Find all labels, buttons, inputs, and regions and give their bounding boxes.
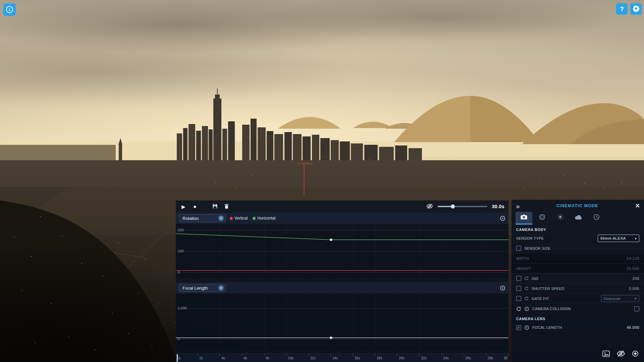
- cloud-icon: [575, 215, 582, 221]
- ruler-label: 6s: [244, 356, 247, 360]
- hide-ui-button[interactable]: [616, 349, 625, 358]
- play-icon: ▶: [181, 204, 185, 209]
- shutter-speed-label: SHUTTER SPEED: [532, 287, 565, 291]
- focal-track-select[interactable]: Focal Length ▾: [179, 284, 226, 292]
- ruler-label: 22s: [421, 356, 426, 360]
- ruler-tick: [397, 354, 397, 356]
- panel-title: CINEMATIC MODE: [519, 203, 635, 208]
- play-button[interactable]: ▶: [180, 203, 187, 210]
- ruler-tick: [264, 354, 265, 356]
- keyframe-options-icon[interactable]: [500, 216, 505, 221]
- ruler-label: 20s: [399, 356, 404, 360]
- focal-length-checkbox[interactable]: ✓: [516, 325, 521, 330]
- rotation-curve-plot[interactable]: 2001000: [176, 224, 508, 278]
- ruler-label: 28s: [488, 356, 493, 360]
- close-icon[interactable]: ×: [635, 202, 640, 209]
- tab-exposure[interactable]: [552, 212, 569, 225]
- tab-camera-lens[interactable]: [534, 212, 550, 225]
- timeline-toolbar: ▶ ■: [176, 200, 508, 213]
- info-icon: i: [6, 6, 13, 13]
- panel-header: » CINEMATIC MODE ×: [512, 200, 644, 212]
- eye-off-icon: [426, 203, 433, 210]
- screenshot-button[interactable]: [602, 351, 610, 357]
- ruler-label: 2s: [199, 356, 203, 360]
- settings-button[interactable]: [630, 3, 642, 15]
- ruler-tick: [198, 354, 198, 356]
- ruler-label: 0s: [177, 356, 181, 360]
- iso-label: ISO: [532, 277, 538, 281]
- ruler-tick: [353, 354, 353, 356]
- ruler-tick: [242, 354, 242, 356]
- reset-icon[interactable]: [524, 276, 529, 281]
- aperture-icon: [539, 214, 545, 222]
- ruler-tick: [375, 354, 375, 356]
- rotation-track-select[interactable]: Rotation ▾: [179, 214, 226, 222]
- ruler-label: 18s: [377, 356, 382, 360]
- duration-label: 30.0s: [492, 204, 504, 209]
- tab-time[interactable]: [588, 212, 605, 225]
- info-button[interactable]: i: [3, 3, 16, 16]
- legend-item-vertical: Vertical: [230, 216, 248, 221]
- reset-icon[interactable]: [516, 306, 521, 311]
- reset-icon[interactable]: [524, 286, 529, 291]
- height-value: 25.590: [627, 266, 639, 270]
- iso-checkbox[interactable]: [516, 276, 521, 281]
- camera-body-section-label: CAMERA BODY: [512, 225, 644, 233]
- cinematic-mode-panel: » CINEMATIC MODE ×: [512, 200, 644, 362]
- sensor-type-dropdown[interactable]: 65mm ALEXA ▾: [598, 235, 639, 242]
- gate-fit-dropdown[interactable]: Overscan ▾: [601, 295, 639, 302]
- hexagon-icon: [524, 325, 529, 330]
- collapse-panel-button[interactable]: »: [516, 202, 519, 209]
- delete-button[interactable]: [223, 203, 230, 210]
- track-gap: [176, 278, 508, 282]
- ruler-tick: [309, 354, 309, 356]
- sensor-size-row: SENSOR SIZE: [512, 243, 644, 253]
- camera-collision-checkbox[interactable]: [634, 306, 639, 311]
- ruler-tick: [220, 354, 220, 356]
- rotation-track-header: Rotation ▾ Vertical Horizontal: [176, 213, 508, 224]
- iso-row: ISO 200: [512, 274, 644, 284]
- reset-icon[interactable]: [524, 296, 529, 301]
- sensor-type-row: SENSOR TYPE 65mm ALEXA ▾: [512, 233, 644, 243]
- ruler-label: 4s: [221, 356, 225, 360]
- ruler-label: 26s: [466, 356, 471, 360]
- sensor-width-row: WIDTH 54.120: [512, 253, 644, 263]
- timeline-zoom-slider[interactable]: [438, 204, 487, 209]
- save-button[interactable]: [211, 203, 219, 210]
- focal-length-row: ✓ FOCAL LENGTH 45.000: [512, 322, 644, 333]
- focal-length-curve-plot[interactable]: 1,0000: [176, 294, 508, 351]
- ruler-tick: [442, 354, 442, 356]
- shutter-speed-checkbox[interactable]: [516, 286, 521, 291]
- legend-item-horizontal: Horizontal: [253, 216, 275, 221]
- hide-ui-button[interactable]: [426, 203, 433, 210]
- tab-camera-body[interactable]: [516, 212, 532, 225]
- timeline-ruler[interactable]: 0s2s4s6s8s10s12s14s16s18s20s22s24s26s28s…: [176, 353, 508, 362]
- chevron-down-icon: ▾: [635, 237, 637, 240]
- sensor-size-checkbox[interactable]: [516, 246, 521, 251]
- tab-weather[interactable]: [570, 212, 587, 225]
- ruler-tick: [286, 354, 287, 356]
- camera-collision-label: CAMERA COLLISION: [532, 307, 571, 311]
- sensor-type-value: 65mm ALEXA: [600, 236, 626, 240]
- gate-fit-checkbox[interactable]: [516, 296, 521, 301]
- focal-track-header: Focal Length ▾: [176, 282, 508, 294]
- save-icon: [212, 203, 218, 210]
- ruler-label: 12s: [310, 356, 316, 360]
- height-label: HEIGHT: [516, 266, 531, 270]
- sun-icon: [557, 214, 564, 222]
- toolbar-right-group: 30.0s: [426, 203, 504, 210]
- timeline-zoom-slider-handle[interactable]: [450, 204, 455, 209]
- gate-fit-row: GATE FIT Overscan ▾: [512, 294, 644, 304]
- chevron-down-icon: ▾: [218, 285, 224, 291]
- help-button[interactable]: ?: [616, 3, 628, 15]
- clock-icon: [593, 214, 600, 222]
- help-icon: ?: [620, 5, 624, 13]
- stop-button[interactable]: ■: [191, 203, 199, 210]
- record-button[interactable]: [632, 350, 639, 357]
- width-value: 54.120: [627, 256, 639, 260]
- keyframe-options-icon[interactable]: [500, 285, 505, 291]
- camera-tabs: [512, 212, 644, 225]
- ruler-label: 30: [504, 356, 507, 360]
- sensor-height-row: HEIGHT 25.590: [512, 263, 644, 274]
- iso-value: 200: [633, 277, 639, 281]
